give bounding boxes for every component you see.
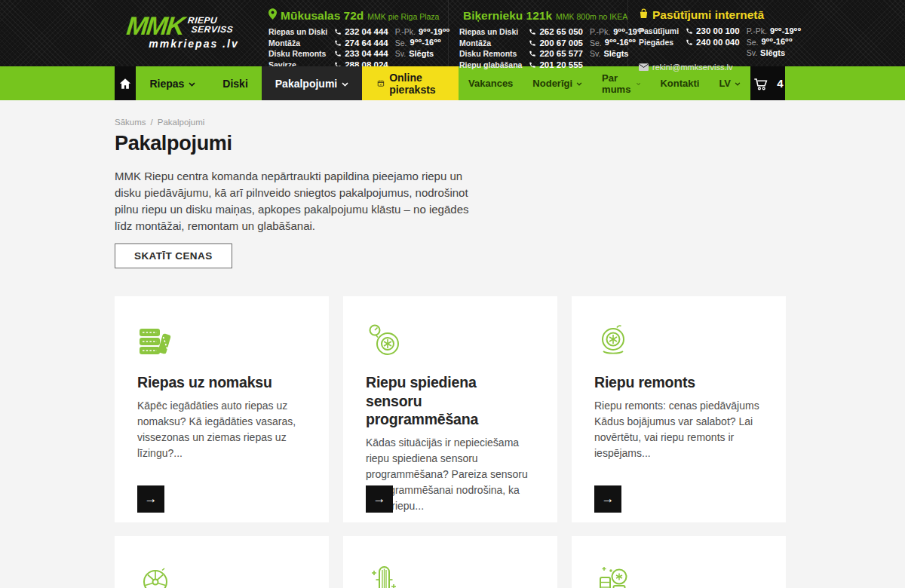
cart-icon	[752, 75, 770, 92]
service-card-riepu-remonts[interactable]: Riepu remonts Riepu remonts: cenas piedā…	[572, 296, 786, 522]
logo-brand: MMK	[125, 14, 184, 37]
location-subtitle: MMK 800m no IKEA	[556, 12, 627, 21]
phone-number[interactable]: 220 65 577	[529, 48, 583, 60]
card-text: Riepu remonts: cenas piedāvājums Kādus b…	[594, 398, 763, 461]
main-content: Sākums / Pakalpojumi Pakalpojumi MMK Rie…	[0, 100, 905, 588]
phone-icon	[529, 39, 536, 47]
map-pin-icon	[268, 8, 277, 20]
intro-paragraph: MMK Riepu centra komanda nepārtraukti pa…	[115, 168, 475, 234]
site-logo[interactable]: MMK RIEPU SERVISS mmkriepas .lv	[127, 14, 261, 66]
card-arrow-button[interactable]: →	[137, 485, 164, 513]
home-icon	[118, 77, 132, 90]
breadcrumb: Sākums / Pakalpojumi	[115, 118, 790, 127]
location-title[interactable]: Biķernieku 121k	[463, 9, 552, 23]
service-card-riepas-uz-nomaksu[interactable]: Riepas uz nomaksu Kāpēc iegādāties auto …	[115, 296, 329, 522]
pressure-sensor-icon	[366, 321, 403, 359]
online-orders-title: Pasūtījumi internetā	[652, 8, 764, 22]
nav-item-noderigi[interactable]: Noderīgi	[523, 66, 592, 100]
breadcrumb-separator: /	[151, 118, 153, 127]
nav-item-label: Par mums	[602, 72, 633, 95]
nav-item-label: Diski	[222, 78, 247, 90]
location-subtitle: MMK pie Riga Plaza	[367, 12, 439, 21]
phone-number[interactable]: 240 00 040	[686, 37, 740, 48]
nav-item-online-pieraksts[interactable]: Online pieraksts	[362, 66, 459, 100]
tire-wheel-icon	[594, 321, 632, 359]
nav-item-diski[interactable]: Diski	[209, 66, 261, 100]
phone-number[interactable]: 230 00 100	[686, 26, 740, 37]
card-text: Kāpēc iegādāties auto riepas uz nomaksu?…	[137, 398, 306, 461]
phone-icon	[686, 27, 693, 35]
card-arrow-button[interactable]: →	[594, 485, 621, 513]
main-nav: Riepas Diski Pakalpojumi Online pierakst…	[0, 66, 905, 100]
breadcrumb-home[interactable]: Sākums	[115, 118, 146, 127]
phone-icon	[334, 39, 342, 47]
tire-stack-icon	[137, 321, 175, 359]
site-header: MMK RIEPU SERVISS mmkriepas .lv Mūkusala…	[0, 0, 905, 66]
view-prices-button[interactable]: SKATĪT CENAS	[115, 243, 232, 268]
nav-item-label: Riepas	[149, 78, 184, 90]
online-orders-hours: P.-Pk.9⁰⁰-19⁰⁰ Se.9⁰⁰-16⁰⁰ Sv.Slēgts	[747, 26, 802, 59]
service-card-partial-3[interactable]	[572, 536, 786, 588]
service-card-sensoru-programmesana[interactable]: Riepu spiediena sensoru programmēšana Kā…	[343, 296, 557, 522]
phone-icon	[334, 50, 342, 57]
header-online-orders: Pasūtījumi internetā Pasūtījumi Piegādes…	[627, 0, 807, 66]
nav-item-riepas[interactable]: Riepas	[136, 66, 209, 100]
location-phones: 262 65 050 200 67 005 220 65 577 201 20 …	[529, 26, 583, 70]
nav-item-label: Kontakti	[660, 78, 699, 89]
nav-item-label: Pakalpojumi	[275, 78, 337, 90]
chevron-down-icon	[576, 82, 582, 86]
phone-number[interactable]: 233 04 444	[334, 48, 388, 60]
alloy-rim-icon	[137, 561, 175, 588]
phone-icon	[334, 28, 342, 35]
card-title: Riepas uz nomaksu	[137, 373, 306, 392]
card-arrow-button[interactable]: →	[366, 485, 393, 513]
nav-item-label: Vakances	[468, 78, 513, 89]
page: MMK RIEPU SERVISS mmkriepas .lv Mūkusala…	[0, 0, 905, 588]
location-phones: 232 04 444 274 64 444 233 04 444 288 08 …	[334, 26, 388, 70]
nav-home-button[interactable]	[115, 66, 136, 100]
online-orders-phones: 230 00 100 240 00 040	[686, 26, 740, 59]
logo-tagline: RIEPU SERVISS	[186, 16, 235, 34]
tire-storage-icon	[594, 561, 632, 588]
location-title[interactable]: Mūkusalas 72d	[281, 9, 364, 23]
page-title: Pakalpojumi	[115, 132, 790, 155]
card-title: Riepu remonts	[594, 373, 763, 392]
nav-secondary: Vakances Noderīgi Par mums Kontakti LV	[459, 66, 750, 100]
online-orders-labels: Pasūtījumi Piegādes	[639, 26, 679, 59]
nav-item-label: Online pieraksts	[389, 72, 443, 96]
breadcrumb-current: Pakalpojumi	[158, 118, 205, 127]
nav-item-label: Noderīgi	[532, 78, 572, 89]
language-selector[interactable]: LV	[709, 66, 750, 100]
calendar-clock-icon	[377, 78, 385, 89]
cart-button[interactable]: 4	[750, 66, 785, 100]
phone-icon	[529, 28, 536, 35]
chevron-down-icon	[735, 82, 741, 86]
chevron-down-icon	[342, 82, 348, 87]
phone-number[interactable]: 200 67 005	[529, 38, 583, 49]
location-service-labels: Riepas un Diski Montāža Disku Remonts Sa…	[268, 26, 327, 70]
tire-wash-icon	[366, 561, 403, 588]
shopping-bag-icon	[639, 8, 649, 19]
cart-count: 4	[777, 77, 783, 90]
service-card-partial-2[interactable]	[343, 536, 557, 588]
nav-item-kontakti[interactable]: Kontakti	[650, 66, 709, 100]
location-service-labels: Riepas un Diski Montāža Disku Remonts Ri…	[459, 26, 522, 70]
chevron-down-icon	[637, 82, 640, 86]
phone-icon	[529, 50, 536, 57]
card-title: Riepu spiediena sensoru programmēšana	[366, 373, 535, 429]
service-cards-row-2	[115, 536, 790, 588]
phone-number[interactable]: 274 64 444	[334, 38, 388, 49]
language-label: LV	[719, 78, 731, 89]
location-hours: P.-Pk.9⁰⁰-19⁰⁰ Se.9⁰⁰-16⁰⁰ Sv.Slēgts	[395, 26, 450, 70]
nav-item-pakalpojumi[interactable]: Pakalpojumi	[262, 66, 362, 100]
phone-number[interactable]: 262 65 050	[529, 26, 583, 38]
service-cards: Riepas uz nomaksu Kāpēc iegādāties auto …	[115, 296, 790, 522]
header-location-mukusalas: Mūkusalas 72d MMK pie Riga Plaza Riepas …	[268, 0, 448, 66]
service-card-partial-1[interactable]	[115, 536, 329, 588]
nav-item-vakances[interactable]: Vakances	[459, 66, 523, 100]
phone-icon	[686, 38, 693, 46]
chevron-down-icon	[189, 82, 195, 87]
phone-number[interactable]: 232 04 444	[334, 26, 388, 38]
nav-item-par-mums[interactable]: Par mums	[592, 66, 650, 100]
header-location-bikernieku: Biķernieku 121k MMK 800m no IKEA Riepas …	[448, 0, 627, 66]
